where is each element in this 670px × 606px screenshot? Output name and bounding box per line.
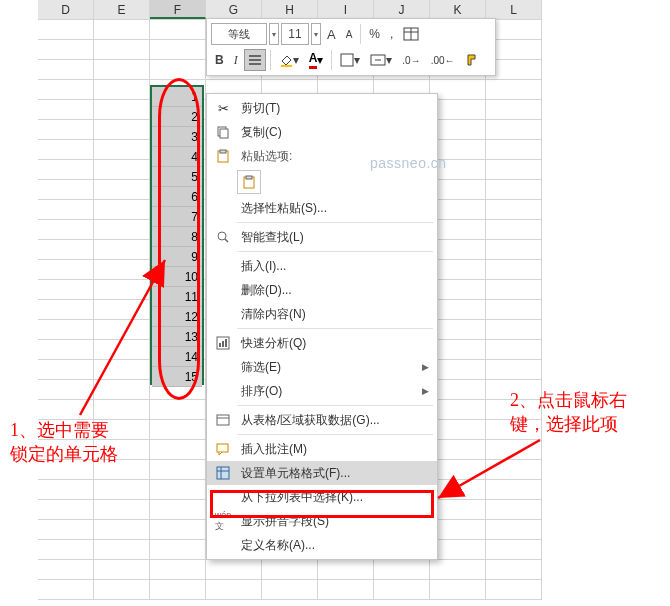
cell[interactable]: [94, 40, 150, 60]
cell[interactable]: [150, 460, 206, 480]
cell[interactable]: [262, 580, 318, 600]
cell[interactable]: [486, 100, 542, 120]
cell[interactable]: [38, 200, 94, 220]
format-painter-button[interactable]: [461, 49, 483, 71]
cell[interactable]: [94, 320, 150, 340]
cell[interactable]: [486, 440, 542, 460]
menu-quick-analysis[interactable]: 快速分析(Q): [207, 331, 437, 355]
cell[interactable]: [486, 280, 542, 300]
cell[interactable]: [150, 520, 206, 540]
menu-define-name[interactable]: 定义名称(A)...: [207, 533, 437, 557]
column-header-I[interactable]: I: [318, 0, 374, 19]
shrink-font-button[interactable]: A: [342, 23, 357, 45]
cell[interactable]: [38, 400, 94, 420]
cell[interactable]: [38, 340, 94, 360]
cell[interactable]: [430, 80, 486, 100]
cell[interactable]: [94, 540, 150, 560]
menu-pick-from-list[interactable]: 从下拉列表中选择(K)...: [207, 485, 437, 509]
cell[interactable]: [430, 460, 486, 480]
selected-cell[interactable]: 4: [152, 147, 202, 167]
borders-button[interactable]: ▾: [336, 49, 364, 71]
cell[interactable]: [374, 560, 430, 580]
menu-copy[interactable]: 复制(C): [207, 120, 437, 144]
cell[interactable]: [486, 180, 542, 200]
cell[interactable]: [486, 240, 542, 260]
cell[interactable]: [94, 280, 150, 300]
cell[interactable]: [150, 540, 206, 560]
cell[interactable]: [94, 220, 150, 240]
selected-cell[interactable]: 13: [152, 327, 202, 347]
column-header-D[interactable]: D: [38, 0, 94, 19]
menu-filter[interactable]: 筛选(E) ▶: [207, 355, 437, 379]
cell[interactable]: [150, 500, 206, 520]
cell[interactable]: [430, 260, 486, 280]
cell[interactable]: [150, 20, 206, 40]
cell[interactable]: [262, 560, 318, 580]
cell[interactable]: [94, 240, 150, 260]
cell[interactable]: [430, 100, 486, 120]
cell[interactable]: [94, 180, 150, 200]
cell[interactable]: [94, 200, 150, 220]
selected-cell[interactable]: 11: [152, 287, 202, 307]
cell[interactable]: [430, 280, 486, 300]
cell[interactable]: [430, 160, 486, 180]
cell[interactable]: [430, 200, 486, 220]
cell[interactable]: [486, 520, 542, 540]
decimal-dec-button[interactable]: .00←: [427, 49, 459, 71]
cell[interactable]: [94, 340, 150, 360]
cell[interactable]: [430, 340, 486, 360]
font-size-combo[interactable]: 11: [281, 23, 309, 45]
cell[interactable]: [206, 560, 262, 580]
cell[interactable]: [430, 120, 486, 140]
align-button[interactable]: [244, 49, 266, 71]
column-header-F[interactable]: F: [150, 0, 206, 19]
conditional-format-button[interactable]: [399, 23, 423, 45]
selected-cell[interactable]: 3: [152, 127, 202, 147]
cell[interactable]: [38, 280, 94, 300]
cell[interactable]: [486, 580, 542, 600]
cell[interactable]: [94, 580, 150, 600]
menu-insert-comment[interactable]: 插入批注(M): [207, 437, 437, 461]
selected-cell[interactable]: 10: [152, 267, 202, 287]
column-header-H[interactable]: H: [262, 0, 318, 19]
font-color-button[interactable]: A▾: [305, 49, 328, 71]
cell[interactable]: [94, 300, 150, 320]
selected-cell[interactable]: 2: [152, 107, 202, 127]
cell[interactable]: [150, 60, 206, 80]
selected-cell[interactable]: 7: [152, 207, 202, 227]
cell[interactable]: [430, 300, 486, 320]
column-header-J[interactable]: J: [374, 0, 430, 19]
cell[interactable]: [38, 380, 94, 400]
cell[interactable]: [38, 240, 94, 260]
font-name-combo[interactable]: 等线: [211, 23, 267, 45]
cell[interactable]: [430, 420, 486, 440]
cell[interactable]: [150, 480, 206, 500]
comma-format-button[interactable]: ,: [386, 23, 397, 45]
menu-get-data[interactable]: 从表格/区域获取数据(G)...: [207, 408, 437, 432]
paste-option-default[interactable]: [237, 170, 261, 194]
cell[interactable]: [430, 180, 486, 200]
fill-color-button[interactable]: ▾: [275, 49, 303, 71]
cell[interactable]: [94, 560, 150, 580]
selected-cell[interactable]: 8: [152, 227, 202, 247]
cell[interactable]: [38, 40, 94, 60]
cell[interactable]: [94, 80, 150, 100]
cell[interactable]: [430, 480, 486, 500]
cell[interactable]: [150, 40, 206, 60]
cell[interactable]: [38, 300, 94, 320]
italic-button[interactable]: I: [230, 49, 242, 71]
menu-paste-special[interactable]: 选择性粘贴(S)...: [207, 196, 437, 220]
grow-font-button[interactable]: A: [323, 23, 340, 45]
cell[interactable]: [94, 160, 150, 180]
cell[interactable]: [38, 80, 94, 100]
cell[interactable]: [430, 440, 486, 460]
cell[interactable]: [486, 360, 542, 380]
cell[interactable]: [486, 140, 542, 160]
cell[interactable]: [94, 520, 150, 540]
cell[interactable]: [94, 360, 150, 380]
cell[interactable]: [486, 340, 542, 360]
cell[interactable]: [206, 580, 262, 600]
cell[interactable]: [38, 500, 94, 520]
cell[interactable]: [486, 480, 542, 500]
menu-sort[interactable]: 排序(O) ▶: [207, 379, 437, 403]
